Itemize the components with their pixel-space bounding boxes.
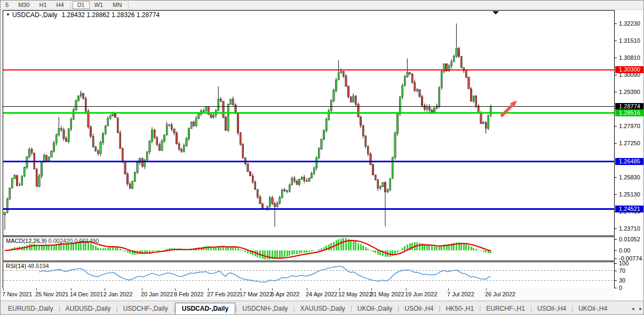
timeframe-button-h1[interactable]: H1	[35, 1, 52, 9]
tab-ukoil-daily[interactable]: UKOil-,Daily	[352, 303, 397, 314]
timeframe-button-h4[interactable]: H4	[52, 1, 69, 9]
price-axis[interactable]: 1.322301.315101.308101.300901.293901.279…	[615, 10, 644, 300]
date-tick-mark	[175, 288, 176, 290]
macd-tick-label: 0.00	[619, 247, 630, 254]
bear-candle	[173, 129, 175, 133]
price-badge: 1.24521	[615, 206, 644, 212]
tab-hk50-h1[interactable]: HK50-,H1	[440, 303, 479, 314]
timeframe-button-mn[interactable]: MN	[108, 1, 126, 9]
bear-candle	[181, 149, 182, 152]
macd-histogram-bar	[240, 249, 241, 250]
macd-histogram-bar	[318, 249, 320, 250]
bull-candle	[328, 111, 330, 120]
tab-eurchf-h1[interactable]: EURCHF-,H1	[481, 303, 530, 314]
bear-candle	[362, 125, 364, 136]
macd-histogram-bar	[397, 250, 399, 253]
date-label: 12 May 2022	[338, 291, 372, 297]
macd-histogram-bar	[105, 248, 106, 250]
price-badge: 1.26485	[615, 158, 644, 165]
macd-histogram-bar	[41, 245, 43, 250]
macd-histogram-bar	[306, 250, 307, 253]
macd-histogram-bar	[485, 250, 487, 253]
price-tick-mark	[615, 229, 617, 229]
macd-histogram-bar	[267, 250, 268, 259]
bull-candle	[279, 197, 281, 203]
bear-candle	[171, 125, 172, 129]
price-tick-label: 1.23710	[619, 225, 640, 232]
bull-candle	[77, 96, 79, 101]
macd-histogram-bar	[109, 247, 111, 250]
tab-usdchf-daily[interactable]: USDCHF-,Daily	[118, 303, 173, 314]
tab-scroll-left-icon[interactable]: ◂	[629, 306, 637, 311]
bear-candle	[468, 77, 470, 89]
bull-candle	[132, 182, 133, 188]
tab-usoil-h4[interactable]: USOil-,H4	[532, 303, 571, 314]
bull-candle	[382, 183, 384, 187]
macd-histogram-bar	[225, 247, 227, 250]
macd-histogram-bar	[311, 250, 313, 251]
rsi-indicator-name: RSI(14)	[6, 263, 26, 269]
bull-candle	[80, 93, 82, 96]
date-label: 2 Jan 2022	[104, 291, 132, 297]
macd-histogram-bar	[90, 243, 92, 250]
rsi-tick-label: 70	[619, 267, 625, 274]
bull-candle	[151, 130, 153, 141]
bull-candle	[4, 212, 5, 215]
bull-candle	[407, 73, 408, 77]
timeframe-button-m30[interactable]: M30	[13, 1, 34, 9]
bear-candle	[411, 74, 413, 82]
bear-candle	[220, 99, 221, 101]
bear-candle	[257, 190, 258, 197]
price-tick-label: 1.27970	[619, 123, 640, 129]
tab-scroll-right-icon[interactable]: ▸	[637, 306, 644, 311]
macd-histogram-bar	[475, 249, 477, 250]
macd-histogram-bar	[357, 243, 359, 250]
macd-histogram-bar	[483, 250, 484, 252]
bull-candle	[51, 151, 52, 157]
tab-usdcnh-daily[interactable]: USDCNH-,Daily	[237, 303, 293, 314]
bull-candle	[289, 185, 290, 192]
time-axis[interactable]: 7 Nov 202125 Nov 202114 Dec 20212 Jan 20…	[1, 288, 615, 301]
timeframe-button-d1[interactable]: D1	[73, 1, 90, 9]
date-tick-mark	[142, 288, 142, 290]
bull-candle	[473, 96, 474, 101]
bull-candle	[333, 90, 335, 101]
macd-histogram-bar	[419, 243, 420, 250]
date-label: 26 Jul 2022	[485, 291, 515, 297]
price-tick-label: 1.32230	[619, 20, 640, 27]
bull-candle	[107, 119, 109, 126]
macd-histogram-bar	[100, 248, 101, 250]
timeframe-button-w1[interactable]: W1	[90, 1, 108, 9]
price-badge: 1.28516	[615, 109, 644, 116]
price-tick-mark	[615, 92, 617, 92]
date-tick-mark	[371, 288, 372, 290]
bull-candle	[55, 135, 57, 143]
tab-ukoil-h4[interactable]: UKOil-,H4	[573, 303, 613, 314]
tab-xauusd-daily[interactable]: XAUUSD-,Daily	[295, 303, 351, 314]
macd-tick-label: 0.01052	[619, 236, 640, 242]
macd-histogram-bar	[377, 250, 379, 255]
tab-usdcad-daily[interactable]: USDCAD-,Daily	[175, 303, 235, 314]
date-label: 20 Jan 2022	[141, 291, 173, 297]
candlestick-chart[interactable]	[3, 11, 614, 235]
macd-histogram-bar	[372, 250, 374, 252]
bull-candle	[379, 187, 381, 188]
tab-audusd-daily[interactable]: AUDUSD-,Daily	[60, 303, 116, 314]
bull-candle	[14, 176, 15, 178]
bear-candle	[154, 130, 155, 137]
timeframe-button-5[interactable]: 5	[1, 1, 13, 9]
bear-candle	[355, 96, 356, 105]
date-label: 7 Jul 2022	[447, 291, 474, 297]
main-chart-panel[interactable]: ▼USDCAD-,Daily1.28432 1.28862 1.28326 1.…	[3, 10, 615, 236]
price-tick-label: 1.25130	[619, 191, 640, 198]
tab-eurusd-daily[interactable]: EURUSD-,Daily	[3, 303, 59, 314]
price-tick-label: 1.31510	[619, 37, 640, 44]
tab-usoil-h4[interactable]: USOil-,H4	[399, 303, 439, 314]
bear-candle	[365, 136, 367, 147]
bear-candle	[247, 164, 249, 171]
bear-candle	[126, 174, 128, 184]
timeframe-toolbar: 5M30H1H4D1W1MN	[1, 1, 643, 10]
macd-histogram-bar	[313, 250, 315, 251]
bear-candle	[242, 144, 244, 158]
bear-candle	[304, 177, 305, 181]
